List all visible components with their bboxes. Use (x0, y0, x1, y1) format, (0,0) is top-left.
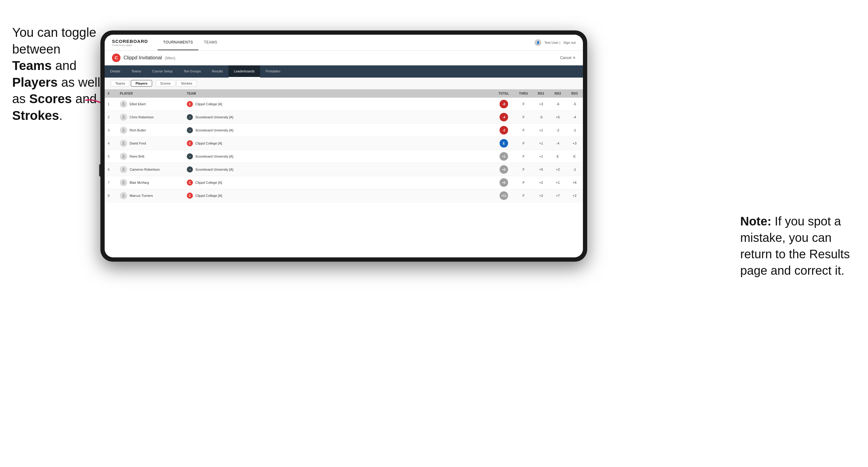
cell-rd3: +6 (566, 176, 583, 189)
cell-total: +6 (493, 176, 515, 189)
cell-total: +6 (493, 163, 515, 176)
cell-thru: F (515, 111, 533, 124)
cell-player: Elliot Ebert (117, 98, 184, 111)
cell-rd3: +2 (566, 189, 583, 202)
sign-out-link[interactable]: Sign out (563, 41, 576, 44)
tab-tee-groups[interactable]: Tee Groups (178, 65, 206, 77)
cell-thru: F (515, 124, 533, 137)
cell-team: ≡ Scoreboard University [A] (184, 150, 493, 163)
cell-total: E (493, 137, 515, 150)
col-rd3: RD3 (566, 89, 583, 98)
cell-rank: 3 (105, 124, 117, 137)
cell-rd2: +1 (550, 176, 566, 189)
svg-point-5 (123, 155, 124, 157)
player-name: Elliot Ebert (130, 102, 146, 106)
cell-rd2: -2 (550, 124, 566, 137)
tab-results[interactable]: Results (206, 65, 228, 77)
cancel-icon: ✕ (572, 56, 576, 60)
cell-thru: F (515, 163, 533, 176)
cell-rd2: +2 (550, 163, 566, 176)
svg-point-7 (123, 181, 124, 183)
team-logo: C (187, 101, 193, 107)
toggle-teams-button[interactable]: Teams (111, 80, 130, 87)
bold-scores: Scores (29, 92, 72, 106)
score-badge: +6 (500, 178, 508, 187)
cell-rd3: E (566, 150, 583, 163)
cell-total: -4 (493, 111, 515, 124)
cell-team: C Clippd College [A] (184, 98, 493, 111)
cell-team: ≡ Scoreboard University [A] (184, 163, 493, 176)
tab-teams[interactable]: Teams (126, 65, 147, 77)
cell-rd3: -1 (566, 163, 583, 176)
cell-rd2: +5 (550, 111, 566, 124)
team-logo: ≡ (187, 166, 193, 173)
team-name: Clippd College [A] (195, 142, 222, 145)
score-badge: -4 (500, 113, 508, 121)
cell-rd2: E (550, 150, 566, 163)
score-badge: +6 (500, 165, 508, 174)
cell-team: C Clippd College [A] (184, 176, 493, 189)
col-rd1: RD1 (533, 89, 550, 98)
cell-player: Marcus Turners (117, 189, 184, 202)
tab-leaderboards[interactable]: Leaderboards (228, 65, 260, 77)
bold-strokes: Strokes (12, 108, 59, 123)
cancel-button[interactable]: Cancel ✕ (560, 56, 576, 60)
player-name: Rees Britt (130, 155, 144, 158)
col-rank: # (105, 89, 117, 98)
table-header-row: # PLAYER TEAM TOTAL THRU RD1 RD2 RD3 (105, 89, 583, 98)
tab-details[interactable]: Details (105, 65, 126, 77)
toggle-players-button[interactable]: Players (131, 80, 152, 87)
table-row: 8 Marcus Turners C Clippd College [A] +1… (105, 189, 583, 202)
team-logo: C (187, 180, 193, 186)
svg-point-8 (123, 194, 124, 196)
svg-point-3 (123, 129, 124, 130)
cell-rd1: -5 (533, 111, 550, 124)
toggle-strokes-button[interactable]: Strokes (177, 80, 197, 87)
cell-rd3: +3 (566, 137, 583, 150)
user-name: Test User | (544, 41, 560, 44)
note-label: Note: (740, 215, 775, 228)
col-thru: THRU (515, 89, 533, 98)
col-team: TEAM (184, 89, 493, 98)
cell-player: Rees Britt (117, 150, 184, 163)
player-name: Chris Robertson (130, 115, 154, 119)
tournament-gender: (Men) (165, 56, 175, 60)
player-avatar (120, 139, 127, 147)
nav-tournaments[interactable]: TOURNAMENTS (158, 35, 198, 50)
cell-rank: 1 (105, 98, 117, 111)
nav-teams[interactable]: TEAMS (198, 35, 223, 50)
cell-rd2: -4 (550, 137, 566, 150)
cell-rank: 2 (105, 111, 117, 124)
table-row: 4 David Ford C Clippd College [A] E F (105, 137, 583, 150)
player-name: Marcus Turners (130, 194, 153, 197)
score-badge: -8 (500, 100, 508, 108)
tournament-logo: C (112, 54, 121, 62)
score-badge: +11 (500, 191, 508, 200)
tournament-header: C Clippd Invitational (Men) Cancel ✕ (105, 51, 583, 65)
tab-printables[interactable]: Printables (260, 65, 286, 77)
user-icon: 👤 (534, 39, 541, 46)
cell-rd1: +2 (533, 189, 550, 202)
player-avatar (120, 153, 127, 160)
svg-point-2 (123, 116, 124, 118)
player-name: Cameron Robertson (130, 168, 160, 171)
sub-toggle-bar: Teams Players Scores Strokes (105, 77, 583, 89)
score-badge: E (500, 139, 508, 148)
cell-rank: 4 (105, 137, 117, 150)
tab-course-setup[interactable]: Course Setup (147, 65, 178, 77)
table-row: 5 Rees Britt ≡ Scoreboard University [A]… (105, 150, 583, 163)
nav-links: TOURNAMENTS TEAMS (158, 35, 223, 50)
toggle-scores-button[interactable]: Scores (156, 80, 175, 87)
player-avatar (120, 100, 127, 108)
player-name: Blair McHarg (130, 181, 149, 184)
svg-point-1 (123, 102, 124, 104)
cell-rd3: -4 (566, 111, 583, 124)
cell-rd1: +3 (533, 98, 550, 111)
cell-player: Blair McHarg (117, 176, 184, 189)
cell-thru: F (515, 176, 533, 189)
cell-thru: F (515, 137, 533, 150)
col-total: TOTAL (493, 89, 515, 98)
player-avatar (120, 166, 127, 173)
cell-thru: F (515, 98, 533, 111)
player-avatar (120, 192, 127, 199)
